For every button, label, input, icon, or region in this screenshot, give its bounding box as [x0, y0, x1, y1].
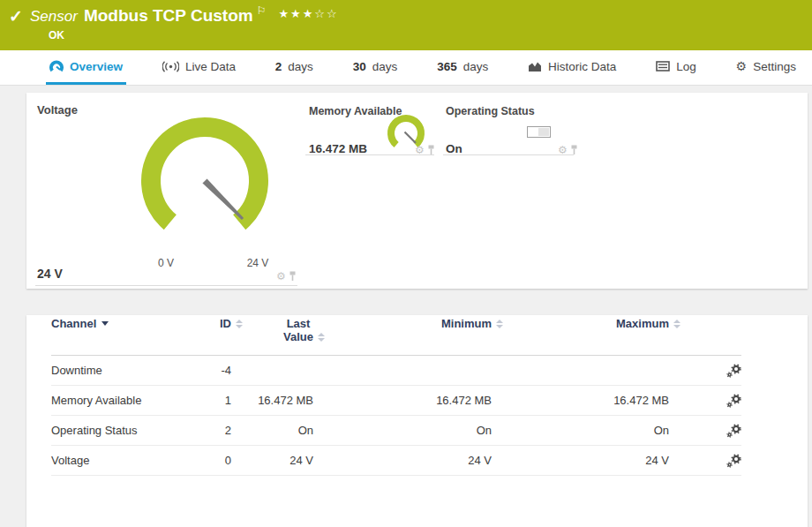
tab-label: days [372, 60, 398, 73]
channel-name: Voltage [51, 454, 201, 467]
channels-table: Channel ID Last Value [51, 315, 741, 476]
channel-settings-gears-icon[interactable] [726, 364, 741, 378]
object-kind-label: Sensor [30, 8, 78, 25]
tab-overview[interactable]: Overview [46, 50, 126, 85]
channel-id: -4 [201, 364, 231, 377]
channel-last-value: 24 V [231, 454, 313, 467]
sensor-status: OK [49, 29, 64, 41]
table-header-row: Channel ID Last Value [51, 315, 741, 356]
channel-id: 2 [201, 424, 231, 437]
sensor-title: Modbus TCP Custom [84, 6, 253, 25]
operating-status-title: Operating Status [446, 105, 535, 117]
area-chart-icon [528, 61, 542, 72]
pin-icon[interactable] [289, 271, 297, 282]
divider [305, 154, 434, 155]
column-label: Minimum [441, 317, 492, 330]
tab-label: Overview [70, 60, 123, 73]
gauge-min-label: 0 V [147, 257, 185, 269]
column-header-last-value[interactable]: Last Value [231, 317, 313, 343]
voltage-gauge-title: Voltage [37, 103, 78, 117]
column-header-channel[interactable]: Channel [51, 317, 201, 330]
column-header-minimum[interactable]: Minimum [313, 317, 492, 330]
status-toggle-indicator [527, 126, 551, 138]
tab-label: days [463, 60, 489, 73]
log-list-icon [656, 61, 670, 72]
operating-status-value: On [446, 142, 462, 155]
tab-label: Settings [753, 60, 796, 73]
channel-minimum: 24 V [313, 454, 492, 467]
tab-365-days[interactable]: 365 days [433, 50, 492, 85]
divider [443, 154, 574, 155]
tab-number: 30 [353, 60, 366, 73]
table-row: Downtime -4 [51, 356, 741, 386]
tab-label: days [288, 60, 313, 73]
sort-arrows-icon [318, 333, 325, 342]
memory-current-value: 16.472 MB [309, 142, 367, 155]
channel-id: 0 [201, 454, 231, 467]
channel-minimum: 16.472 MB [313, 394, 492, 407]
channel-name: Downtime [51, 364, 201, 377]
channel-maximum: On [492, 424, 669, 437]
channel-id: 1 [201, 394, 231, 407]
tab-label: Historic Data [548, 60, 616, 73]
column-label: Last [283, 317, 313, 330]
gear-icon[interactable]: ⚙ [276, 271, 286, 282]
table-row: Voltage 0 24 V 24 V 24 V [51, 446, 741, 476]
table-row: Operating Status 2 On On On [51, 416, 741, 446]
sort-arrows-icon [673, 320, 680, 328]
column-label: Value [283, 330, 313, 343]
tab-log[interactable]: Log [652, 50, 700, 85]
voltage-gauge-actions: ⚙ [276, 271, 297, 282]
tab-settings[interactable]: ⚙ Settings [733, 50, 800, 85]
divider [35, 285, 297, 286]
table-row: Memory Available 1 16.472 MB 16.472 MB 1… [51, 386, 741, 416]
tab-2-days[interactable]: 2 days [272, 50, 317, 85]
tab-number: 365 [437, 60, 457, 73]
gauges-panel: Voltage 0 V 24 V 24 V ⚙ Memory Available… [26, 93, 808, 289]
channels-table-panel: Channel ID Last Value [26, 315, 808, 527]
tab-bar: Overview Live Data 2 days 30 days 365 da… [0, 50, 812, 86]
voltage-current-value: 24 V [37, 267, 63, 281]
gauge-icon [49, 60, 64, 73]
status-ok-check-icon: ✓ [9, 6, 23, 26]
tab-label: Live Data [185, 60, 236, 73]
priority-stars[interactable]: ★★★☆☆ [278, 7, 338, 20]
channel-minimum: On [313, 424, 492, 437]
column-label: ID [220, 317, 231, 330]
tab-label: Log [676, 60, 696, 73]
voltage-gauge [130, 112, 280, 253]
channel-name: Operating Status [51, 424, 201, 437]
channel-settings-gears-icon[interactable] [726, 394, 741, 408]
overview-content: Voltage 0 V 24 V 24 V ⚙ Memory Available… [0, 86, 812, 527]
column-header-maximum[interactable]: Maximum [492, 317, 669, 330]
gear-icon: ⚙ [736, 59, 748, 73]
sensor-header: ✓ SensorModbus TCP Custom⚐★★★☆☆ OK [0, 0, 812, 50]
flag-icon[interactable]: ⚐ [257, 4, 267, 17]
tab-number: 2 [275, 60, 282, 73]
toggle-knob [538, 128, 549, 136]
channel-name: Memory Available [51, 394, 201, 407]
broadcast-icon [162, 61, 179, 72]
column-label: Channel [51, 317, 96, 330]
tab-historic-data[interactable]: Historic Data [524, 50, 620, 85]
sort-caret-down-icon [102, 321, 109, 326]
channel-settings-gears-icon[interactable] [726, 424, 741, 438]
channel-last-value: On [231, 424, 313, 437]
channel-maximum: 24 V [492, 454, 669, 467]
channel-maximum: 16.472 MB [492, 394, 669, 407]
tab-30-days[interactable]: 30 days [350, 50, 402, 85]
gauge-max-label: 24 V [238, 257, 277, 269]
tab-live-data[interactable]: Live Data [159, 50, 239, 85]
column-header-id[interactable]: ID [201, 317, 231, 330]
channel-settings-gears-icon[interactable] [726, 454, 741, 468]
channel-last-value: 16.472 MB [231, 394, 313, 407]
column-label: Maximum [616, 317, 669, 330]
